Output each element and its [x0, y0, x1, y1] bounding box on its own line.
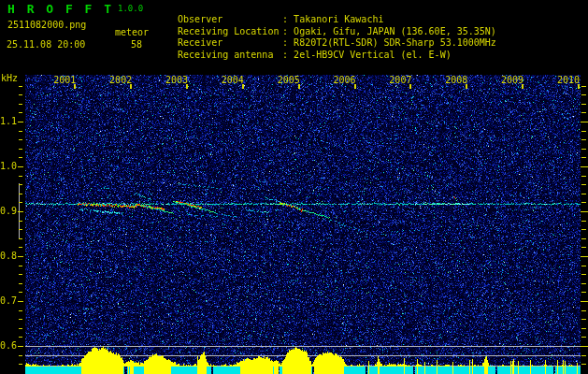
- app-version: 1.0.0: [118, 4, 143, 13]
- time-tick-label: 2002: [96, 75, 132, 85]
- info-value: 2el-HB9CV Vertical (el. E-W): [294, 50, 452, 60]
- time-tick-label: 2003: [152, 75, 188, 85]
- echo-count: 58: [131, 39, 142, 50]
- info-label: Receiving antenna: [178, 50, 282, 60]
- mode-label: meteor: [115, 27, 149, 37]
- freq-tick-label: 0.6: [0, 340, 17, 351]
- time-tick-label: 2010: [544, 75, 580, 85]
- y-axis-unit-label: kHz: [1, 73, 18, 83]
- time-tick-label: 2005: [265, 75, 300, 85]
- freq-tick-label: 1.0: [0, 161, 17, 171]
- time-tick-label: 2007: [376, 75, 411, 85]
- output-filename: 2511082000.png: [7, 20, 86, 30]
- freq-tick-label: 0.8: [0, 251, 17, 261]
- freq-tick-label: 1.1: [0, 116, 17, 126]
- info-colon: :: [282, 50, 288, 60]
- datetime-label: 25.11.08 20:00: [7, 39, 85, 50]
- info-row-antenna: Receiving antenna: 2el-HB9CV Vertical (e…: [166, 39, 452, 60]
- freq-tick-label: 0.7: [0, 295, 17, 306]
- time-tick-label: 2006: [321, 75, 356, 85]
- time-tick-label: 2004: [208, 75, 244, 85]
- app-title: H R O F F T: [7, 2, 114, 16]
- time-tick-label: 2008: [432, 75, 467, 85]
- time-tick-label: 2009: [488, 75, 523, 85]
- freq-tick-label: 0.9: [0, 206, 17, 216]
- time-tick-label: 2001: [40, 75, 76, 85]
